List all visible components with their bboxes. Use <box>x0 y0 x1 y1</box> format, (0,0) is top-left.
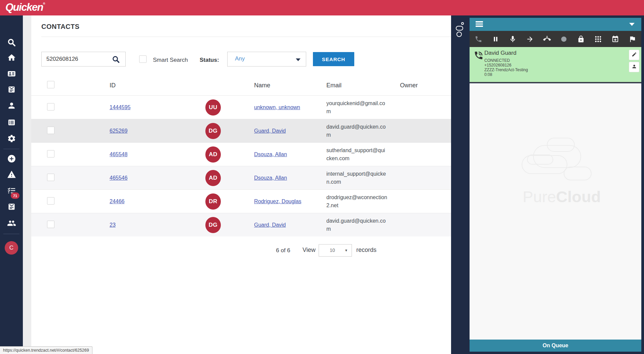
column-header-owner: Owner <box>400 82 451 89</box>
table-header: ID Name Email Owner <box>31 75 451 95</box>
table-row: 465546 AD Dsouza, Allan internal_support… <box>31 166 451 189</box>
purecloud-wordmark: PureCloud <box>523 187 601 206</box>
chevron-down-icon: ▼ <box>345 249 348 252</box>
avatar: AD <box>205 146 221 163</box>
caller-name: David Guard <box>484 50 516 56</box>
purecloud-panel: David Guard CONNECTED +15202608126 ZZZZ-… <box>470 15 641 354</box>
row-checkbox[interactable] <box>47 103 54 110</box>
status-dropdown-value: Any <box>235 55 245 62</box>
contact-name-link[interactable]: Rodriguez, Douglas <box>254 198 301 204</box>
pause-icon[interactable] <box>492 35 499 43</box>
page-size-select[interactable]: 10 ▼ <box>319 244 352 257</box>
dialpad-icon[interactable] <box>594 35 602 43</box>
row-checkbox[interactable] <box>47 197 54 205</box>
sidebar-item-contacts[interactable] <box>0 69 23 80</box>
sidebar-item-settings[interactable] <box>0 133 23 145</box>
page-title: CONTACTS <box>41 23 80 31</box>
table-row: 465548 AD Dsouza, Allan sutherland_suppo… <box>31 142 451 166</box>
panel-collapse-strip <box>451 15 470 354</box>
contacts-card: CONTACTS Smart Search Status: Any SEARCH… <box>31 15 451 354</box>
record-icon[interactable] <box>560 35 568 43</box>
smart-search-checkbox[interactable] <box>139 55 147 63</box>
edit-call-button[interactable] <box>629 50 639 60</box>
avatar: DG <box>205 123 221 139</box>
chevron-down-icon <box>296 58 300 61</box>
quicken-logo: Quicken® <box>5 1 45 13</box>
sidebar-item-alerts[interactable] <box>0 169 23 181</box>
right-edge-strip <box>641 15 644 354</box>
row-checkbox[interactable] <box>47 221 54 228</box>
avatar: DR <box>205 193 221 210</box>
phone-down-icon[interactable] <box>543 35 551 43</box>
contact-id-link[interactable]: 23 <box>110 222 116 228</box>
search-icon[interactable] <box>112 55 120 63</box>
sidebar-item-home[interactable] <box>0 52 23 64</box>
sidebar-item-profile[interactable] <box>0 100 23 112</box>
user-avatar[interactable]: C <box>5 241 18 255</box>
transfer-arrow-icon[interactable] <box>526 35 534 43</box>
sidebar-divider <box>3 149 19 149</box>
top-banner: Quicken® <box>0 0 644 15</box>
avatar: DG <box>205 217 221 233</box>
flag-icon[interactable] <box>629 35 636 43</box>
contact-id-link[interactable]: 465546 <box>110 175 127 181</box>
call-status: CONNECTED <box>484 58 510 63</box>
call-queue-name: ZZZZ-TrendzAct-Testing <box>484 68 528 72</box>
contact-name-link[interactable]: Guard, David <box>254 128 286 134</box>
link-status-tooltip: https://quicken.trendzact.net/#/contact/… <box>0 346 92 354</box>
table-body: 1444595 UU unknown, unknown yourquickeni… <box>31 95 451 236</box>
left-sidebar: 71 C <box>0 15 23 354</box>
column-header-name: Name <box>254 82 326 89</box>
table-row: 23 DG Guard, David david.guard@quicken.c… <box>31 213 451 236</box>
sidebar-item-records[interactable] <box>0 117 23 129</box>
status-label: Status: <box>200 57 219 63</box>
sidebar-item-teams[interactable] <box>0 218 23 229</box>
phone-icon[interactable] <box>475 35 482 43</box>
avatar: UU <box>205 99 221 116</box>
contact-id-link[interactable]: 24466 <box>110 198 125 204</box>
contact-profile-button[interactable] <box>629 62 639 72</box>
shape-circle-large <box>456 32 462 37</box>
sidebar-item-add-new[interactable] <box>0 153 23 165</box>
avatar: AD <box>205 170 221 186</box>
contact-name-link[interactable]: Guard, David <box>254 222 286 228</box>
phone-in-talk-icon <box>474 50 484 60</box>
call-timer: 0:08 <box>484 72 492 77</box>
microphone-icon[interactable] <box>509 35 517 43</box>
contact-id-link[interactable]: 465548 <box>110 151 127 157</box>
people-icon <box>7 219 16 229</box>
caller-phone-number: +15202608126 <box>484 63 511 68</box>
status-dropdown[interactable]: Any <box>227 52 306 67</box>
select-all-checkbox[interactable] <box>47 81 54 88</box>
list-icon <box>7 118 16 128</box>
contact-name-link[interactable]: Dsouza, Allan <box>254 175 287 181</box>
widgets-toggle-icon[interactable] <box>455 22 466 43</box>
contact-id-link[interactable]: 1444595 <box>110 104 130 110</box>
search-button[interactable]: SEARCH <box>313 52 354 66</box>
row-checkbox[interactable] <box>47 174 54 181</box>
row-checkbox[interactable] <box>47 150 54 158</box>
view-label: View <box>303 247 316 254</box>
sidebar-item-search[interactable] <box>0 37 23 49</box>
contact-email: yourquickenid@gmail.com <box>326 99 388 116</box>
table-row: 24466 DR Rodriguez, Douglas drodriguez@w… <box>31 189 451 213</box>
schedule-callback-icon[interactable] <box>611 35 619 43</box>
menu-icon[interactable] <box>476 21 483 27</box>
plus-circle-icon <box>7 154 16 165</box>
contact-email: david.guard@quicken.com <box>326 217 388 233</box>
sidebar-divider <box>3 234 19 234</box>
contact-name-link[interactable]: Dsouza, Allan <box>254 151 287 157</box>
contact-email: sutherland_support@quicken.com <box>326 146 388 163</box>
table-row: 625269 DG Guard, David david.guard@quick… <box>31 119 451 142</box>
sidebar-item-forms[interactable] <box>0 202 23 213</box>
contact-name-link[interactable]: unknown, unknown <box>254 104 300 110</box>
active-call-card[interactable]: David Guard CONNECTED +15202608126 ZZZZ-… <box>470 47 641 83</box>
row-checkbox[interactable] <box>47 127 54 134</box>
records-label: records <box>356 247 376 254</box>
on-queue-button[interactable]: On Queue <box>470 340 641 352</box>
contact-id-link[interactable]: 625269 <box>110 128 127 134</box>
chevron-down-icon[interactable] <box>629 23 635 26</box>
lock-icon[interactable] <box>577 35 585 43</box>
sidebar-item-notes[interactable] <box>0 84 23 96</box>
purecloud-body: PureCloud <box>470 83 641 340</box>
